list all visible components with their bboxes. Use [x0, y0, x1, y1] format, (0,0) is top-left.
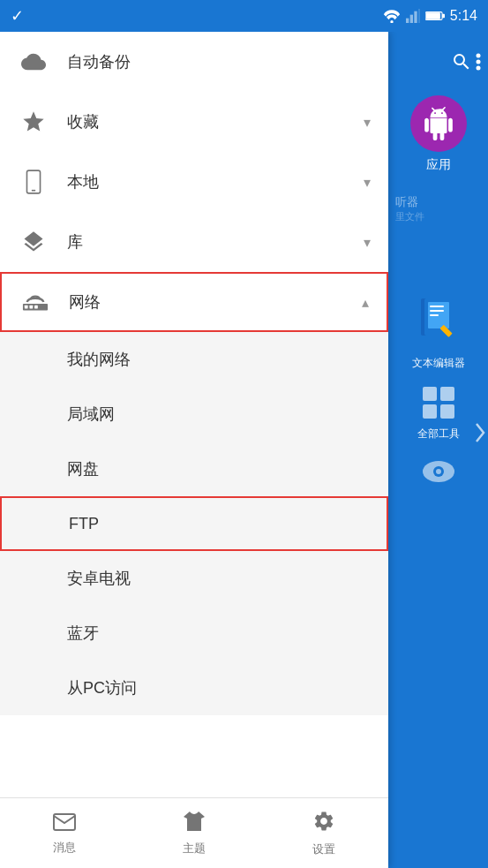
status-bar-right: 5:14 — [383, 8, 477, 24]
status-bar-left: ✓ — [11, 6, 24, 26]
text-editor-icon[interactable] — [415, 294, 462, 351]
svg-rect-23 — [430, 314, 439, 316]
settings-nav-label: 设置 — [312, 842, 335, 857]
svg-rect-3 — [414, 11, 417, 23]
network-label: 网络 — [69, 291, 362, 313]
svg-rect-6 — [442, 14, 445, 18]
android-tv-label: 安卓电视 — [67, 568, 131, 589]
local-arrow-icon: ▾ — [364, 174, 371, 191]
view-section — [421, 459, 456, 489]
svg-rect-13 — [34, 306, 38, 309]
library-label: 库 — [67, 231, 364, 253]
svg-point-16 — [477, 60, 481, 64]
local-label: 本地 — [67, 171, 364, 192]
star-icon — [18, 106, 49, 138]
sidebar-subitem-my-network[interactable]: 我的网络 — [0, 332, 388, 387]
svg-rect-26 — [440, 387, 454, 401]
media-section: 听器 里文件 — [388, 194, 488, 223]
auto-backup-label: 自动备份 — [67, 51, 371, 72]
sidebar-subitem-bluetooth[interactable]: 蓝牙 — [0, 606, 388, 660]
svg-rect-27 — [423, 404, 437, 419]
svg-point-17 — [477, 66, 481, 71]
svg-rect-2 — [410, 15, 413, 23]
bottom-nav: 消息 主题 设置 — [0, 797, 388, 868]
svg-point-31 — [436, 469, 441, 474]
svg-rect-22 — [430, 310, 444, 312]
app-section: 应用 — [410, 95, 467, 173]
svg-rect-4 — [418, 9, 420, 23]
search-icon[interactable] — [451, 51, 472, 72]
app-label: 应用 — [426, 157, 451, 173]
svg-rect-1 — [406, 19, 409, 23]
bottom-nav-settings[interactable]: 设置 — [259, 810, 388, 857]
all-tools-label: 全部工具 — [417, 426, 460, 442]
bluetooth-label: 蓝牙 — [67, 623, 99, 644]
all-tools-section: 全部工具 — [417, 385, 460, 442]
check-icon: ✓ — [11, 6, 24, 26]
tshirt-icon — [183, 811, 206, 837]
sidebar-item-library[interactable]: 库 ▾ — [0, 212, 388, 272]
sidebar-item-auto-backup[interactable]: 自动备份 — [0, 32, 388, 92]
eye-icon[interactable] — [421, 459, 456, 489]
sidebar-scroll: 自动备份 收藏 ▾ 本地 — [0, 32, 388, 868]
bottom-nav-theme[interactable]: 主题 — [130, 811, 259, 857]
media-file-text: 里文件 — [395, 210, 424, 223]
gear-icon — [312, 810, 335, 838]
theme-nav-label: 主题 — [183, 841, 206, 857]
battery-icon — [425, 10, 445, 22]
status-time: 5:14 — [450, 8, 477, 24]
cloud-icon — [18, 46, 49, 78]
favorites-arrow-icon: ▾ — [364, 114, 371, 131]
svg-point-0 — [390, 20, 393, 23]
media-player-icon-text: 听器 — [395, 194, 418, 210]
wifi-status-icon — [383, 9, 401, 23]
envelope-icon — [53, 811, 76, 836]
sidebar-item-favorites[interactable]: 收藏 ▾ — [0, 92, 388, 152]
right-panel-header — [388, 39, 488, 85]
status-bar: ✓ 5:14 — [0, 0, 488, 32]
svg-point-15 — [477, 54, 481, 58]
android-icon — [422, 107, 455, 140]
favorites-label: 收藏 — [67, 111, 364, 132]
bottom-nav-messages[interactable]: 消息 — [0, 811, 130, 856]
sidebar-subitem-lan[interactable]: 局域网 — [0, 387, 388, 442]
network-arrow-icon: ▴ — [362, 294, 369, 311]
app-icon[interactable] — [410, 95, 467, 152]
network-icon — [19, 286, 51, 318]
library-arrow-icon: ▾ — [364, 234, 371, 251]
cloud-disk-label: 网盘 — [67, 458, 99, 479]
text-editor-label: 文本编辑器 — [412, 356, 465, 371]
sidebar: 自动备份 收藏 ▾ 本地 — [0, 32, 388, 868]
sidebar-item-local[interactable]: 本地 ▾ — [0, 152, 388, 212]
lan-label: 局域网 — [67, 404, 115, 425]
sidebar-subitem-cloud-disk[interactable]: 网盘 — [0, 442, 388, 496]
signal-icon — [406, 9, 420, 23]
text-editor-section: 文本编辑器 — [412, 294, 465, 371]
main-layout: 自动备份 收藏 ▾ 本地 — [0, 32, 488, 868]
svg-rect-21 — [430, 306, 444, 307]
svg-rect-11 — [25, 306, 28, 309]
sidebar-subitem-ftp[interactable]: FTP — [0, 496, 388, 551]
sidebar-subitem-pc-access[interactable]: 从PC访问 — [0, 660, 388, 715]
more-icon[interactable] — [476, 51, 481, 72]
sidebar-item-network[interactable]: 网络 ▴ — [0, 272, 388, 332]
messages-nav-label: 消息 — [53, 840, 76, 856]
chevron-right-icon[interactable] — [474, 422, 486, 447]
my-network-label: 我的网络 — [67, 349, 131, 370]
phone-icon — [18, 166, 49, 198]
grid-icon[interactable] — [421, 385, 456, 426]
sidebar-subitem-android-tv[interactable]: 安卓电视 — [0, 551, 388, 606]
svg-rect-28 — [440, 404, 454, 419]
svg-rect-7 — [426, 12, 440, 19]
svg-rect-12 — [29, 306, 33, 309]
ftp-label: FTP — [69, 515, 99, 533]
layers-icon — [18, 226, 49, 258]
right-panel: 应用 听器 里文件 文本 — [388, 32, 488, 868]
pc-access-label: 从PC访问 — [67, 677, 137, 698]
svg-rect-25 — [423, 387, 437, 401]
